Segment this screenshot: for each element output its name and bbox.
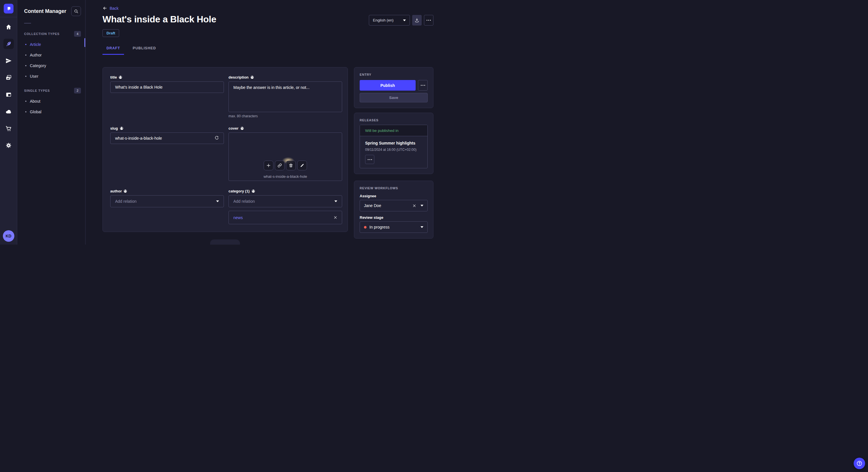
regenerate-icon[interactable] xyxy=(214,136,219,140)
sidebar-item-global[interactable]: Global xyxy=(24,106,81,117)
review-workflows-panel: REVIEW WORKFLOWS Assignee Jane Doe Revie… xyxy=(354,181,433,239)
strapi-logo[interactable] xyxy=(4,4,13,13)
save-button[interactable]: Save xyxy=(360,93,428,102)
tab-draft[interactable]: DRAFT xyxy=(102,46,124,55)
home-icon[interactable] xyxy=(3,22,14,32)
rail-icons xyxy=(3,22,14,150)
stage-status-dot xyxy=(364,226,367,229)
relation-news-link[interactable]: news xyxy=(234,215,243,220)
back-label: Back xyxy=(110,6,119,11)
active-item-indicator xyxy=(84,38,85,47)
settings-gear-icon[interactable] xyxy=(3,140,14,150)
title-input[interactable]: What's inside a Black Hole xyxy=(110,81,224,93)
entry-more-options-button[interactable] xyxy=(418,80,428,91)
description-field-label: description xyxy=(228,75,249,79)
release-date: 09/11/2024 at 16:00 (UTC+02:00) xyxy=(365,148,422,152)
cloud-icon[interactable] xyxy=(3,106,14,117)
slug-input[interactable]: what-s-inside-a-black-hole xyxy=(110,133,224,144)
more-options-icon xyxy=(421,85,425,86)
back-link[interactable]: Back xyxy=(102,6,433,11)
version-tabs: DRAFT PUBLISHED xyxy=(102,46,433,55)
description-value: Maybe the answer is in this article, or … xyxy=(234,85,309,90)
strapi-logo-icon xyxy=(6,6,11,11)
collapsed-bottom-button[interactable] xyxy=(210,239,240,245)
globe-icon xyxy=(250,75,254,79)
add-media-button[interactable] xyxy=(264,161,274,170)
remove-relation-button[interactable] xyxy=(334,216,337,220)
category-relation-combobox[interactable]: Add relation xyxy=(228,195,342,207)
description-textarea[interactable]: Maybe the answer is in this article, or … xyxy=(228,81,342,112)
author-relation-combobox[interactable]: Add relation xyxy=(110,195,224,207)
app-window: KD Content Manager COLLECTION TYPES 4 Ar… xyxy=(0,0,450,245)
right-sidebar: ENTRY Publish Save RELEASES Will be publ… xyxy=(354,67,433,239)
category-field-label: category (1) xyxy=(228,189,250,193)
field-slug: slug what-s-inside-a-black-hole xyxy=(110,126,224,181)
chevron-down-icon xyxy=(421,205,423,206)
sidebar-item-user[interactable]: User xyxy=(24,71,81,81)
field-title: title What's inside a Black Hole xyxy=(110,75,224,118)
cover-toolbar xyxy=(264,161,307,170)
releases-icon[interactable] xyxy=(3,56,14,66)
globe-icon xyxy=(120,127,123,130)
more-options-button[interactable] xyxy=(424,15,433,26)
description-hint: max. 80 characters xyxy=(228,114,342,118)
back-arrow-icon xyxy=(102,6,107,11)
sidebar-item-label: Category xyxy=(30,63,46,68)
sidebar-item-label: About xyxy=(30,99,40,103)
bullet xyxy=(25,65,26,66)
release-card: Will be published in Spring Summer highl… xyxy=(360,125,428,168)
single-types-label: SINGLE TYPES xyxy=(24,89,50,92)
globe-icon xyxy=(119,75,122,79)
field-category: category (1) Add relation news xyxy=(228,189,342,224)
single-types-count: 2 xyxy=(74,88,81,94)
slug-input-value: what-s-inside-a-black-hole xyxy=(115,136,162,140)
release-name-link[interactable]: Spring Summer highlights xyxy=(365,141,422,145)
copy-link-button[interactable] xyxy=(275,161,285,170)
sidebar-item-label: User xyxy=(30,74,38,78)
more-options-icon xyxy=(368,159,372,160)
releases-panel-title: RELEASES xyxy=(360,119,428,122)
entry-panel: ENTRY Publish Save xyxy=(354,67,433,108)
collection-types-label: COLLECTION TYPES xyxy=(24,32,59,36)
chevron-down-icon xyxy=(216,200,219,202)
main-content: Back What's inside a Black Hole Draft En… xyxy=(86,0,450,245)
user-avatar[interactable]: KD xyxy=(3,230,14,242)
review-stage-value: In progress xyxy=(369,225,421,229)
clear-assignee-icon[interactable] xyxy=(412,204,416,208)
link-icon xyxy=(278,163,282,168)
bullet xyxy=(25,44,26,45)
tab-published[interactable]: PUBLISHED xyxy=(129,46,160,55)
globe-icon xyxy=(123,189,127,193)
globe-icon xyxy=(240,127,244,130)
sidebar-item-category[interactable]: Category xyxy=(24,60,81,71)
sidebar-item-author[interactable]: Author xyxy=(24,49,81,60)
media-library-icon[interactable] xyxy=(3,72,14,83)
assignee-combobox[interactable]: Jane Doe xyxy=(360,200,428,211)
review-stage-select[interactable]: In progress xyxy=(360,222,428,233)
marketplace-cart-icon[interactable] xyxy=(3,123,14,134)
author-placeholder: Add relation xyxy=(115,199,136,204)
delete-media-button[interactable] xyxy=(286,161,296,170)
export-button[interactable] xyxy=(412,15,422,26)
sidebar-item-label: Author xyxy=(30,53,42,57)
edit-media-button[interactable] xyxy=(298,161,307,170)
publish-button[interactable]: Publish xyxy=(360,80,415,91)
cover-media-card[interactable]: what-s-inside-a-black-hole xyxy=(228,133,342,181)
sidebar-item-about[interactable]: About xyxy=(24,96,81,106)
locale-select[interactable]: English (en) xyxy=(369,15,410,26)
author-field-label: author xyxy=(110,189,122,193)
content-type-builder-icon[interactable] xyxy=(3,90,14,100)
content-manager-icon[interactable] xyxy=(3,39,14,49)
sidebar-item-article[interactable]: Article xyxy=(24,39,81,49)
category-placeholder: Add relation xyxy=(234,199,255,204)
cover-image-black-hole xyxy=(254,133,317,171)
search-icon xyxy=(74,9,79,14)
single-types-list: About Global xyxy=(24,96,81,117)
release-more-options-button[interactable] xyxy=(365,155,374,164)
search-button[interactable] xyxy=(71,6,81,16)
sidebar-item-label: Global xyxy=(30,109,41,114)
category-relation-item: news xyxy=(228,211,342,224)
close-icon xyxy=(334,216,337,220)
download-icon xyxy=(414,18,420,23)
cover-filename: what-s-inside-a-black-hole xyxy=(264,174,307,179)
